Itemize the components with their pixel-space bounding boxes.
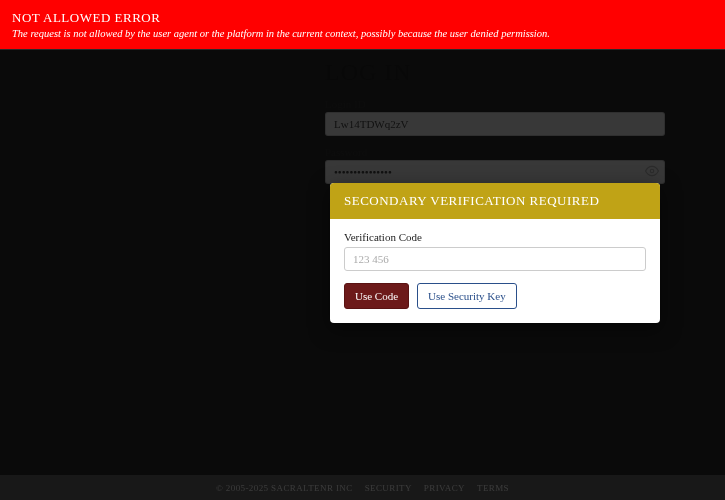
verification-code-label: Verification Code bbox=[344, 231, 646, 243]
footer-copyright: © 2005-2025 SACRALTENR INC bbox=[216, 483, 353, 493]
footer-security-link[interactable]: SECURITY bbox=[365, 483, 412, 493]
footer: © 2005-2025 SACRALTENR INC SECURITY PRIV… bbox=[0, 475, 725, 500]
use-code-button[interactable]: Use Code bbox=[344, 283, 409, 309]
footer-privacy-link[interactable]: PRIVACY bbox=[424, 483, 465, 493]
use-security-key-button[interactable]: Use Security Key bbox=[417, 283, 517, 309]
error-title: NOT ALLOWED ERROR bbox=[12, 10, 713, 26]
verification-code-input[interactable] bbox=[344, 247, 646, 271]
verification-modal: SECONDARY VERIFICATION REQUIRED Verifica… bbox=[330, 183, 660, 323]
footer-terms-link[interactable]: TERMS bbox=[477, 483, 509, 493]
modal-title: SECONDARY VERIFICATION REQUIRED bbox=[330, 183, 660, 219]
error-message: The request is not allowed by the user a… bbox=[12, 28, 713, 39]
error-banner: NOT ALLOWED ERROR The request is not all… bbox=[0, 0, 725, 49]
